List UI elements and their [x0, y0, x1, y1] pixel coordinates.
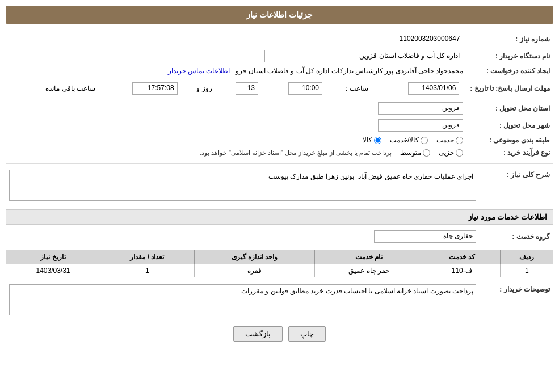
table-cell-row: 1	[501, 264, 553, 277]
deadline-remaining-label-cell: ساعت باقی مانده	[10, 81, 98, 96]
creator-label: ایجاد کننده درخواست :	[466, 65, 553, 77]
deadline-label: مهلت ارسال پاسخ: تا تاریخ :	[466, 77, 553, 100]
page-title: جزئیات اطلاعات نیاز	[246, 10, 313, 19]
deadline-days-input: 13	[236, 82, 258, 95]
deadline-time-cell: 10:00	[262, 81, 325, 96]
table-cell-code: ف-110	[423, 264, 501, 277]
category-option-kala: کالا	[363, 136, 381, 144]
service-group-input: حفاری چاه	[374, 230, 476, 243]
purchase-type-radio-jozii[interactable]	[456, 149, 463, 157]
creator-value: محمدجواد حاجی آقابزدی پور کارشناس تدارکا…	[6, 65, 466, 77]
category-radio-kala[interactable]	[374, 137, 381, 144]
buyer-notes-value-cell	[6, 282, 480, 319]
buyer-org-input: اداره کل آب و فاضلاب استان قزوین	[264, 50, 463, 62]
col-header-row: ردیف	[501, 250, 553, 264]
description-label: شرح کلی نیاز :	[480, 167, 553, 205]
purchase-type-label-jozii: جزیی	[439, 149, 454, 157]
table-cell-unit: فقره	[194, 264, 314, 277]
deadline-time-input: 10:00	[288, 82, 322, 95]
purchase-type-row: جزیی متوسط پرداخت تمام یا بخشی از مبلغ خ…	[6, 146, 466, 159]
description-value-cell	[6, 167, 480, 205]
category-options: خدمت کالا/خدمت کالا	[6, 134, 466, 146]
province-value: قزوین	[138, 100, 467, 117]
deadline-row: 1403/01/06 ساعت : 10:00 13 روز و	[6, 77, 466, 100]
city-label: شهر محل تحویل :	[466, 117, 553, 134]
table-cell-name: حفر چاه عمیق	[315, 264, 423, 277]
buyer-notes-label: توصیحات خریدار :	[480, 282, 553, 319]
purchase-type-radio-motawaset[interactable]	[423, 149, 430, 157]
city-input: قزوین	[378, 119, 463, 132]
creator-link[interactable]: اطلاعات تماس خریدار	[168, 67, 230, 75]
category-label-kala-khedmat: کالا/خدمت	[390, 136, 419, 144]
col-header-unit: واحد اندازه گیری	[194, 250, 314, 264]
description-textarea	[9, 170, 476, 201]
button-row: چاپ بازگشت	[6, 326, 553, 342]
deadline-days-label-cell: روز و	[182, 81, 215, 96]
province-label: استان محل تحویل :	[466, 100, 553, 117]
col-header-qty: تعداد / مقدار	[100, 250, 194, 264]
category-label-khedmat: خدمت	[436, 136, 454, 144]
deadline-date-cell: 1403/01/06	[372, 81, 463, 96]
deadline-time-label-cell: ساعت :	[326, 81, 371, 96]
service-group-label: گروه خدمت :	[480, 228, 553, 245]
category-label: طبقه بندی موضوعی :	[466, 134, 553, 146]
service-group-table: گروه خدمت : حفاری چاه	[6, 228, 553, 245]
buyer-org-value: اداره کل آب و فاضلاب استان قزوین	[6, 48, 466, 65]
table-cell-date: 1403/03/31	[6, 264, 100, 277]
print-button[interactable]: چاپ	[288, 326, 326, 342]
deadline-inner-table: 1403/01/06 ساعت : 10:00 13 روز و	[9, 79, 463, 98]
buyer-notes-table: توصیحات خریدار :	[6, 282, 553, 319]
need-number-label: شماره نیاز :	[466, 31, 553, 48]
page-header: جزئیات اطلاعات نیاز	[6, 6, 553, 24]
col-header-name: نام خدمت	[315, 250, 423, 264]
col-header-code: کد خدمت	[423, 250, 501, 264]
deadline-date-input: 1403/01/06	[408, 82, 459, 95]
deadline-days-cell: 13	[216, 81, 261, 96]
description-table: شرح کلی نیاز :	[6, 167, 553, 205]
need-number-input: 1102003203000647	[350, 33, 463, 45]
service-group-value: حفاری چاه	[6, 228, 480, 245]
purchase-type-label-motawaset: متوسط	[400, 149, 421, 157]
buyer-org-label: نام دستگاه خریدار :	[466, 48, 553, 65]
city-value: قزوین	[138, 117, 467, 134]
purchase-type-note: پرداخت تمام یا بخشی از مبلغ خریداز محل "…	[200, 149, 392, 157]
category-option-khedmat: خدمت	[436, 136, 463, 144]
category-label-kala: کالا	[363, 136, 372, 144]
purchase-type-label: نوع فرآیند خرید :	[466, 146, 553, 159]
main-info-table: شماره نیاز : 1102003203000647 نام دستگاه…	[6, 31, 553, 159]
col-header-date: تاریخ نیاز	[6, 250, 100, 264]
back-button[interactable]: بازگشت	[233, 326, 283, 342]
buyer-notes-textarea	[9, 284, 476, 315]
category-radio-group: خدمت کالا/خدمت کالا	[9, 136, 463, 144]
deadline-remaining-cell: 17:57:08	[99, 81, 180, 96]
need-number-value: 1102003203000647	[138, 31, 467, 48]
table-cell-quantity: 1	[100, 264, 194, 277]
table-row: 1ف-110حفر چاه عمیقفقره11403/03/31	[6, 264, 553, 277]
deadline-remaining-input: 17:57:08	[132, 82, 178, 95]
services-data-table: ردیف کد خدمت نام خدمت واحد اندازه گیری ت…	[6, 250, 553, 277]
purchase-type-option-motawaset: متوسط	[400, 149, 430, 157]
category-option-kala-khedmat: کالا/خدمت	[390, 136, 428, 144]
category-radio-kala-khedmat[interactable]	[421, 137, 428, 144]
creator-text: محمدجواد حاجی آقابزدی پور کارشناس تدارکا…	[236, 67, 463, 75]
purchase-type-option-jozii: جزیی	[439, 149, 463, 157]
services-header: اطلاعات خدمات مورد نیاز	[6, 209, 553, 225]
category-radio-khedmat[interactable]	[456, 137, 463, 144]
province-input: قزوین	[378, 102, 463, 115]
